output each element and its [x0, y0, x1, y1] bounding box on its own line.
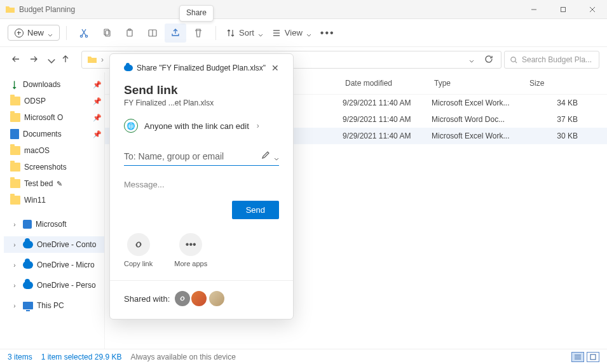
main-area: ⭣Downloads📌 ODSP📌 Microsoft O📌 Documents…: [0, 72, 607, 349]
sidebar-tree-onedrive-microsoft[interactable]: ›OneDrive - Micro: [4, 257, 104, 273]
sidebar-tree-this-pc[interactable]: ›This PC: [4, 297, 104, 314]
more-icon: •••: [179, 233, 202, 256]
shared-with-row: Shared with:: [124, 290, 279, 307]
chevron-right-icon: ›: [10, 262, 19, 269]
copy-button[interactable]: [96, 24, 118, 43]
recipients-placeholder: To: Name, group or email: [124, 151, 224, 161]
svg-rect-1: [561, 8, 566, 12]
path-folder-icon: [87, 55, 97, 65]
globe-icon: 🌐: [124, 119, 138, 133]
sidebar-tree-microsoft[interactable]: ›Microsoft: [4, 216, 104, 233]
svg-point-5: [85, 35, 87, 37]
ms-icon: [23, 220, 32, 229]
send-button[interactable]: Send: [232, 201, 279, 219]
up-button[interactable]: [61, 55, 70, 65]
search-input[interactable]: Search Budget Pla...: [504, 51, 599, 69]
avatar[interactable]: [190, 290, 208, 307]
view-icon: [272, 29, 281, 37]
sidebar-item-odsp[interactable]: ODSP📌: [4, 93, 104, 109]
view-label: View: [285, 28, 303, 37]
link-permission-button[interactable]: 🌐 Anyone with the link can edit ›: [124, 119, 279, 133]
cloud-icon: [23, 281, 33, 289]
col-size-header[interactable]: Size: [527, 78, 597, 89]
folder-icon: [10, 146, 20, 155]
sidebar-item-screenshots[interactable]: Screenshots: [4, 159, 104, 175]
chevron-right-icon: ›: [10, 241, 19, 248]
refresh-button[interactable]: [484, 55, 493, 65]
app-folder-icon: [5, 4, 15, 15]
col-modified-header[interactable]: Date modified: [343, 78, 432, 89]
chevron-right-icon: ›: [10, 221, 19, 228]
sidebar-item-test-bed[interactable]: Test bed✎: [4, 175, 104, 192]
folder-icon: [10, 196, 20, 205]
permission-label: Anyone with the link can edit: [144, 121, 249, 131]
sort-icon: [226, 29, 235, 37]
view-dropdown[interactable]: View: [268, 25, 315, 40]
close-button[interactable]: ✕: [271, 63, 279, 73]
sidebar-item-downloads[interactable]: ⭣Downloads📌: [4, 76, 104, 93]
svg-line-16: [515, 61, 517, 63]
new-button[interactable]: New: [8, 25, 60, 41]
path-dropdown[interactable]: [469, 57, 474, 62]
status-count: 3 items: [8, 353, 32, 361]
cut-button[interactable]: [73, 24, 95, 43]
toolbar: New Sort View •••: [0, 19, 607, 47]
message-input[interactable]: Message...: [124, 180, 279, 189]
rename-button[interactable]: [142, 24, 163, 43]
history-dropdown[interactable]: [47, 57, 52, 62]
edit-pencil-icon[interactable]: [261, 151, 270, 161]
sidebar-item-win11[interactable]: Win11: [4, 192, 104, 208]
delete-button[interactable]: [188, 24, 209, 43]
window-controls: [519, 0, 607, 19]
pin-icon: 📌: [93, 130, 102, 138]
minimize-button[interactable]: [519, 0, 549, 19]
more-apps-button[interactable]: ••• More apps: [174, 233, 207, 267]
status-availability: Always available on this device: [130, 353, 235, 361]
details-view-button[interactable]: [571, 352, 584, 362]
pin-icon: 📌: [93, 114, 102, 122]
sort-dropdown[interactable]: Sort: [222, 25, 267, 40]
onedrive-icon: [124, 65, 133, 71]
search-placeholder: Search Budget Pla...: [522, 55, 592, 64]
sidebar-item-documents[interactable]: Documents📌: [4, 126, 104, 142]
share-dialog: Share "FY Finalized Budget Plan.xlsx" ✕ …: [109, 53, 294, 320]
navigation-row: › Search Budget Pla...: [0, 47, 607, 72]
avatar-link[interactable]: [175, 291, 190, 306]
close-window-button[interactable]: [578, 0, 607, 19]
chevron-down-icon: [306, 30, 311, 36]
share-button[interactable]: [165, 24, 186, 43]
separator: [66, 26, 67, 40]
pin-icon: 📌: [93, 81, 102, 89]
avatar[interactable]: [208, 290, 226, 307]
doc-icon: [10, 129, 19, 139]
svg-point-15: [511, 57, 515, 61]
sidebar-item-microsoft-o[interactable]: Microsoft O📌: [4, 109, 104, 126]
copy-link-button[interactable]: Copy link: [124, 233, 153, 267]
sidebar-tree-onedrive-personal[interactable]: ›OneDrive - Perso: [4, 277, 104, 293]
folder-icon: [10, 163, 20, 172]
maximize-button[interactable]: [549, 0, 578, 19]
folder-icon: [10, 179, 20, 188]
more-button[interactable]: •••: [317, 27, 339, 39]
chevron-down-icon[interactable]: [274, 154, 279, 159]
back-button[interactable]: [11, 55, 20, 65]
sidebar-tree-onedrive-contoso[interactable]: ›OneDrive - Conto: [4, 236, 104, 253]
navigation-pane: ⭣Downloads📌 ODSP📌 Microsoft O📌 Documents…: [0, 72, 105, 349]
col-type-header[interactable]: Type: [432, 78, 527, 89]
svg-rect-7: [106, 30, 110, 36]
search-icon: [510, 56, 518, 64]
paste-button[interactable]: [119, 24, 140, 43]
forward-button[interactable]: [29, 55, 38, 65]
pin-icon: 📌: [93, 97, 102, 105]
new-label: New: [27, 28, 44, 37]
separator: [215, 26, 216, 40]
chevron-down-icon: [258, 30, 263, 36]
recipients-input[interactable]: To: Name, group or email: [124, 147, 279, 166]
status-bar: 3 items 1 item selected 29.9 KB Always a…: [0, 349, 607, 364]
icons-view-button[interactable]: [587, 352, 599, 362]
chevron-right-icon: ›: [10, 282, 19, 289]
cloud-icon: [23, 241, 33, 248]
sidebar-item-macos[interactable]: macOS: [4, 142, 104, 159]
folder-icon: [10, 97, 20, 105]
dialog-title: Send link: [124, 83, 279, 97]
